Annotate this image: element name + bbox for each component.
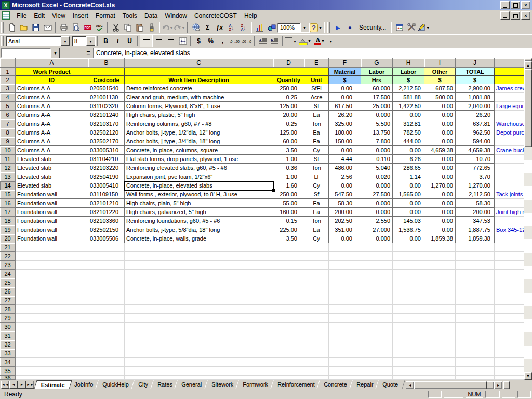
cell-I29[interactable]: [424, 314, 456, 323]
cell-F24[interactable]: [329, 270, 361, 278]
font-size-select[interactable]: 8▼: [72, 36, 96, 46]
cell-I23[interactable]: [424, 261, 456, 270]
cell-E25[interactable]: [304, 278, 329, 287]
restore-button[interactable]: [511, 1, 520, 9]
row-header-11[interactable]: 11: [0, 155, 16, 164]
close-button[interactable]: ×: [521, 1, 530, 9]
menu-item-data[interactable]: Data: [141, 11, 161, 20]
cell-D17[interactable]: 160.00: [273, 208, 304, 217]
cell-K14[interactable]: [495, 181, 524, 190]
cell-D4[interactable]: 0.25: [273, 93, 304, 102]
cell-H10[interactable]: 0.00: [393, 146, 424, 155]
cell-E35[interactable]: [304, 367, 329, 376]
cell-G35[interactable]: [361, 367, 393, 376]
cell-G34[interactable]: [361, 358, 393, 367]
cell-E19[interactable]: Ea: [304, 225, 329, 234]
cell-C18[interactable]: Reinforcing foundations, g60, #5 - #6: [125, 217, 273, 225]
cell-K20[interactable]: [495, 234, 524, 243]
cell-H36[interactable]: [393, 376, 424, 380]
cell-I17[interactable]: 0.00: [424, 208, 456, 217]
cell-F26[interactable]: [329, 287, 361, 296]
vertical-scroll-thumb[interactable]: [524, 69, 532, 147]
cell-H33[interactable]: [393, 349, 424, 358]
cell-C20[interactable]: Concrete, in-place, walls, grade: [125, 234, 273, 243]
cell-A22[interactable]: [16, 252, 88, 261]
menu-item-edit[interactable]: Edit: [30, 11, 48, 20]
cell-A20[interactable]: Foundation wall: [16, 234, 88, 243]
cell-J2[interactable]: $: [456, 76, 495, 84]
vb-editor-button[interactable]: [393, 22, 405, 33]
cell-A13[interactable]: Elevated slab: [16, 172, 88, 181]
cell-E6[interactable]: Ea: [304, 111, 329, 119]
cell-C1[interactable]: [125, 68, 273, 76]
cell-E36[interactable]: [304, 376, 329, 380]
cell-H27[interactable]: [393, 296, 424, 305]
cell-K5[interactable]: Large equi: [495, 102, 524, 111]
cell-E1[interactable]: [304, 68, 329, 76]
chevron-down-icon[interactable]: ▼: [300, 23, 309, 32]
cell-H30[interactable]: [393, 323, 424, 331]
cell-B1[interactable]: [88, 68, 125, 76]
cell-I11[interactable]: 0.00: [424, 155, 456, 164]
cell-G1[interactable]: Labor: [361, 68, 393, 76]
cell-D32[interactable]: [273, 340, 304, 349]
cell-J31[interactable]: [456, 331, 495, 340]
cell-B28[interactable]: [88, 305, 125, 314]
cell-K23[interactable]: [495, 261, 524, 270]
cell-H11[interactable]: 6.26: [393, 155, 424, 164]
cell-H13[interactable]: 1.14: [393, 172, 424, 181]
row-header-21[interactable]: 21: [0, 243, 16, 252]
cell-A36[interactable]: [16, 376, 88, 380]
cell-F32[interactable]: [329, 340, 361, 349]
cell-C31[interactable]: [125, 331, 273, 340]
chevron-down-icon[interactable]: ▼: [86, 36, 95, 46]
pdf-button[interactable]: PDF: [82, 22, 94, 33]
cell-D8[interactable]: 125.00: [273, 128, 304, 137]
cell-C27[interactable]: [125, 296, 273, 305]
cell-K24[interactable]: [495, 270, 524, 278]
cell-I16[interactable]: 0.00: [424, 199, 456, 208]
row-header-12[interactable]: 12: [0, 164, 16, 172]
cell-C29[interactable]: [125, 314, 273, 323]
cell-J1[interactable]: TOTAL: [456, 68, 495, 76]
cell-G10[interactable]: 0.000: [361, 146, 393, 155]
cell-D3[interactable]: 250.00: [273, 84, 304, 93]
cell-F12[interactable]: 486.00: [329, 164, 361, 172]
cell-B34[interactable]: [88, 358, 125, 367]
cell-D11[interactable]: 1.00: [273, 155, 304, 164]
cell-J33[interactable]: [456, 349, 495, 358]
cell-G27[interactable]: [361, 296, 393, 305]
cell-B27[interactable]: [88, 296, 125, 305]
cell-F27[interactable]: [329, 296, 361, 305]
cell-H7[interactable]: 312.81: [393, 119, 424, 128]
cell-H22[interactable]: [393, 252, 424, 261]
row-header-1[interactable]: 1: [0, 68, 16, 76]
cell-B9[interactable]: 032502170: [88, 137, 125, 146]
cell-J18[interactable]: 347.53: [456, 217, 495, 225]
cell-K3[interactable]: James crew: [495, 84, 524, 93]
cell-K13[interactable]: [495, 172, 524, 181]
cell-J11[interactable]: 10.70: [456, 155, 495, 164]
cell-I33[interactable]: [424, 349, 456, 358]
cell-F22[interactable]: [329, 252, 361, 261]
cell-C19[interactable]: Anchor bolts, j-type, 5/8"dia, 18" long: [125, 225, 273, 234]
cell-K19[interactable]: Box 345-12: [495, 225, 524, 234]
cell-C6[interactable]: High chairs, plastic, 5" high: [125, 111, 273, 119]
column-header-g[interactable]: G: [361, 58, 393, 68]
cell-F10[interactable]: 0.00: [329, 146, 361, 155]
cell-D36[interactable]: [273, 376, 304, 380]
cell-A29[interactable]: [16, 314, 88, 323]
toolbar-grip[interactable]: [1, 36, 4, 46]
cell-F4[interactable]: 0.00: [329, 93, 361, 102]
cell-J14[interactable]: 1,270.00: [456, 181, 495, 190]
cell-K28[interactable]: [495, 305, 524, 314]
cell-D25[interactable]: [273, 278, 304, 287]
cell-F17[interactable]: 200.00: [329, 208, 361, 217]
cell-E13[interactable]: Lf: [304, 172, 329, 181]
cell-D6[interactable]: 20.00: [273, 111, 304, 119]
cell-E29[interactable]: [304, 314, 329, 323]
cell-A23[interactable]: [16, 261, 88, 270]
cell-B17[interactable]: 032101220: [88, 208, 125, 217]
cell-E4[interactable]: Acre: [304, 93, 329, 102]
cell-C2[interactable]: Work Item Description: [125, 76, 273, 84]
